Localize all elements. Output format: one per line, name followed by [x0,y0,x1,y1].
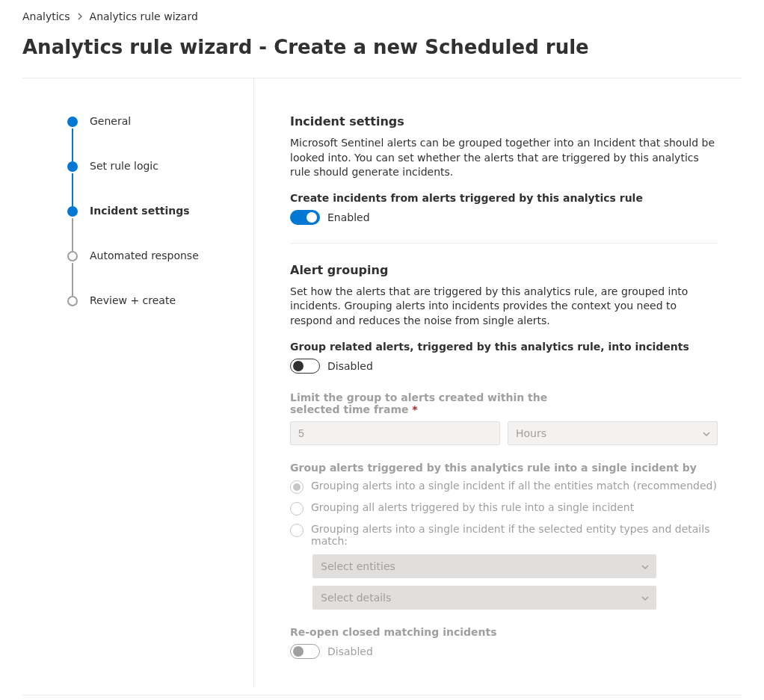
wizard-footer: < Previous Next : Automated response > C… [22,695,742,700]
create-incidents-toggle[interactable] [290,210,320,225]
step-marker-icon [67,251,78,261]
radio-entities-match[interactable]: Grouping alerts into a single incident i… [290,480,718,494]
limit-timeframe-label: Limit the group to alerts created within… [290,391,718,415]
step-incident-settings[interactable]: Incident settings [67,204,253,249]
single-incident-label: Group alerts triggered by this analytics… [290,462,718,474]
reopen-state: Disabled [327,645,373,657]
breadcrumb: Analytics Analytics rule wizard [22,10,742,22]
step-review-create[interactable]: Review + create [67,294,253,307]
page-title: Analytics rule wizard - Create a new Sch… [22,36,742,58]
step-set-rule-logic[interactable]: Set rule logic [67,159,253,204]
select-entities-dropdown[interactable]: Select entities [312,554,656,578]
step-general[interactable]: General [67,114,253,159]
alert-grouping-description: Set how the alerts that are triggered by… [290,285,718,329]
limit-value-input[interactable] [290,421,500,445]
wizard-steps: General Set rule logic Incident settings… [22,78,254,687]
breadcrumb-root[interactable]: Analytics [22,10,70,22]
group-related-state: Disabled [327,360,373,372]
chevron-down-icon [702,429,711,438]
step-marker-icon [67,206,78,217]
radio-icon [290,502,304,515]
radio-icon [290,480,304,494]
select-details-dropdown[interactable]: Select details [312,586,656,610]
create-incidents-label: Create incidents from alerts triggered b… [290,192,718,204]
group-related-toggle[interactable] [290,359,320,374]
radio-selected-types[interactable]: Grouping alerts into a single incident i… [290,523,718,547]
section-divider [290,243,718,244]
radio-icon [290,524,304,537]
breadcrumb-current: Analytics rule wizard [90,10,198,22]
chevron-right-icon [76,10,84,22]
chevron-down-icon [641,593,650,602]
reopen-toggle[interactable] [290,644,320,659]
incident-settings-description: Microsoft Sentinel alerts can be grouped… [290,136,718,180]
step-automated-response[interactable]: Automated response [67,249,253,294]
create-incidents-state: Enabled [327,211,370,223]
group-related-label: Group related alerts, triggered by this … [290,341,718,353]
alert-grouping-heading: Alert grouping [290,263,718,277]
step-marker-icon [67,117,78,127]
incident-settings-heading: Incident settings [290,114,718,128]
step-marker-icon [67,161,78,172]
reopen-label: Re-open closed matching incidents [290,626,718,638]
step-marker-icon [67,296,78,306]
limit-unit-dropdown[interactable]: Hours [508,421,718,445]
chevron-down-icon [641,562,650,571]
radio-all-alerts[interactable]: Grouping all alerts triggered by this ru… [290,501,718,515]
